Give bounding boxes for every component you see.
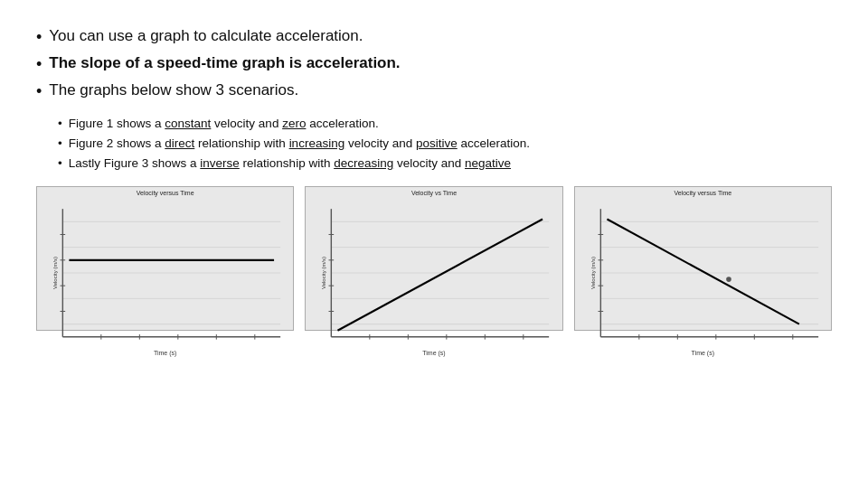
sub-bullet-2: Figure 2 shows a direct relationship wit… xyxy=(58,136,832,153)
sub-bullet-1: Figure 1 shows a constant velocity and z… xyxy=(58,116,832,133)
graph-3-area: Velocity (m/s) xyxy=(575,196,831,350)
graph-1-ylabel: Velocity (m/s) xyxy=(52,257,58,289)
bullet-3-text: The graphs below show 3 scenarios. xyxy=(49,80,298,102)
svg-line-50 xyxy=(607,219,798,324)
sub-3-text: Lastly Figure 3 shows a inverse relation… xyxy=(69,155,511,173)
graph-2-title: Velocity vs Time xyxy=(411,190,457,196)
graph-2: Velocity vs Time Velocity (m/s) xyxy=(305,186,562,331)
graph-3-xlabel: Time (s) xyxy=(692,350,714,356)
graph-2-ylabel: Velocity (m/s) xyxy=(321,257,326,289)
sub-2-text: Figure 2 shows a direct relationship wit… xyxy=(69,136,530,153)
bullet-1: You can use a graph to calculate acceler… xyxy=(36,25,832,49)
main-bullets: You can use a graph to calculate acceler… xyxy=(36,25,832,107)
sub-bullet-3: Lastly Figure 3 shows a inverse relation… xyxy=(58,155,832,173)
graph-1-svg xyxy=(37,196,293,350)
graphs-row: Velocity versus Time Velocity (m/s) xyxy=(36,186,832,331)
svg-point-51 xyxy=(726,277,731,282)
bullet-2: The slope of a speed-time graph is accel… xyxy=(36,52,832,76)
graph-3-title: Velocity versus Time xyxy=(674,190,731,196)
bullet-3: The graphs below show 3 scenarios. xyxy=(36,80,832,103)
graph-2-area: Velocity (m/s) xyxy=(306,196,561,350)
graph-1: Velocity versus Time Velocity (m/s) xyxy=(36,186,294,331)
slide: You can use a graph to calculate acceler… xyxy=(0,0,868,488)
graph-3-svg xyxy=(575,196,831,350)
bullet-2-text: The slope of a speed-time graph is accel… xyxy=(49,52,400,75)
graph-1-area: Velocity (m/s) xyxy=(37,196,293,350)
graph-3-ylabel: Velocity (m/s) xyxy=(590,257,596,289)
graph-2-svg xyxy=(306,196,561,350)
graph-1-title: Velocity versus Time xyxy=(137,190,194,196)
graph-1-xlabel: Time (s) xyxy=(154,350,176,356)
bullet-1-text: You can use a graph to calculate acceler… xyxy=(49,25,363,48)
svg-line-33 xyxy=(338,219,543,330)
graph-2-xlabel: Time (s) xyxy=(422,350,445,356)
graph-3: Velocity versus Time Velocity (m/s) xyxy=(574,186,832,331)
sub-bullets: Figure 1 shows a constant velocity and z… xyxy=(58,116,832,175)
sub-1-text: Figure 1 shows a constant velocity and z… xyxy=(69,116,379,133)
